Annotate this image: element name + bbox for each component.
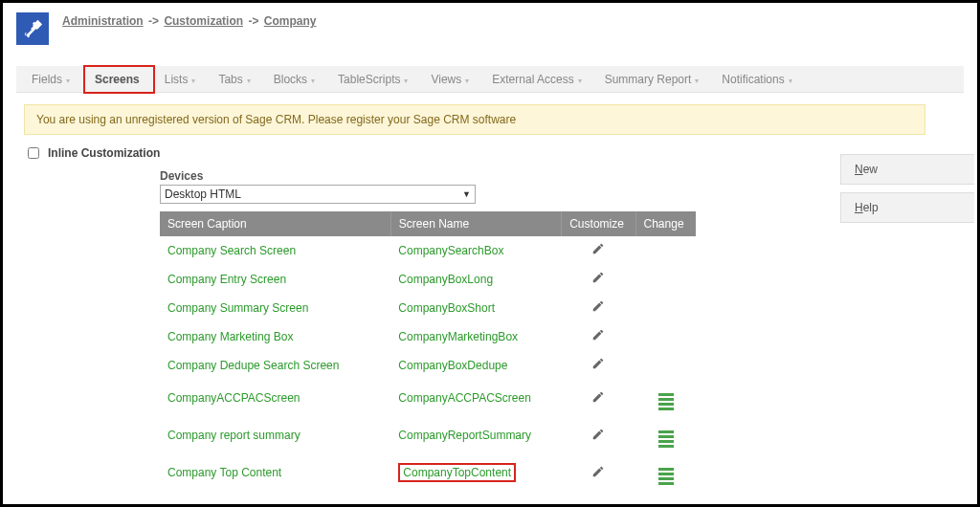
col-header-change[interactable]: Change <box>635 211 696 236</box>
screen-name-link[interactable]: SS_CompanyDetails <box>390 492 561 508</box>
table-row: Company Dedupe Search ScreenCompanyBoxDe… <box>160 351 696 380</box>
table-row: Company Search ScreenCompanySearchBox <box>160 236 696 265</box>
screen-caption-link[interactable]: SS_CompanyDetails <box>160 492 390 508</box>
tools-icon <box>16 12 49 45</box>
customize-cell[interactable] <box>562 417 635 454</box>
customize-cell[interactable] <box>562 265 635 294</box>
tab-fields[interactable]: Fields▾ <box>22 67 83 92</box>
pencil-icon[interactable] <box>591 357 605 370</box>
col-header-name[interactable]: Screen Name <box>390 211 561 236</box>
screen-caption-link[interactable]: Company Marketing Box <box>160 322 390 351</box>
tab-lists[interactable]: Lists▾ <box>155 67 210 92</box>
screen-name-link[interactable]: CompanyACCPACScreen <box>390 380 561 417</box>
tab-blocks[interactable]: Blocks▾ <box>264 67 328 92</box>
inline-customization-label: Inline Customization <box>48 146 160 160</box>
breadcrumb: Administration -> Customization -> Compa… <box>62 12 316 28</box>
pencil-icon[interactable] <box>591 328 605 342</box>
chevron-down-icon: ▼ <box>462 189 471 199</box>
table-row: Company Summary ScreenCompanyBoxShort <box>160 294 696 322</box>
change-cell <box>635 351 696 380</box>
change-cell[interactable] <box>635 417 696 454</box>
tab-views[interactable]: Views▾ <box>421 67 482 92</box>
change-bars-icon[interactable] <box>658 393 674 410</box>
change-cell[interactable] <box>635 492 696 508</box>
screen-name-link[interactable]: CompanyReportSummary <box>390 417 561 454</box>
customize-cell[interactable] <box>562 236 635 265</box>
breadcrumb-company[interactable]: Company <box>264 14 317 28</box>
new-button[interactable]: New <box>840 154 974 185</box>
pencil-icon[interactable] <box>591 299 605 313</box>
screen-caption-link[interactable]: Company Top Content <box>160 454 390 492</box>
tab-tablescripts[interactable]: TableScripts▾ <box>328 67 421 92</box>
customize-cell[interactable] <box>562 380 635 417</box>
pencil-icon[interactable] <box>591 465 605 478</box>
screen-caption-link[interactable]: Company Dedupe Search Screen <box>160 351 390 380</box>
change-cell[interactable] <box>635 454 696 492</box>
table-row: Company report summaryCompanyReportSumma… <box>160 417 696 454</box>
pencil-icon[interactable] <box>591 390 605 404</box>
breadcrumb-admin[interactable]: Administration <box>62 14 144 28</box>
pencil-icon[interactable] <box>591 428 605 441</box>
tab-summary[interactable]: Summary Report▾ <box>595 67 713 92</box>
screen-name-link[interactable]: CompanyBoxLong <box>390 265 561 294</box>
pencil-icon[interactable] <box>591 271 605 284</box>
tab-bar: Fields▾ Screens Lists▾ Tabs▾ Blocks▾ Tab… <box>16 66 964 93</box>
screen-caption-link[interactable]: Company Entry Screen <box>160 265 390 294</box>
pencil-icon[interactable] <box>591 242 605 255</box>
pencil-icon[interactable] <box>591 502 605 508</box>
screen-caption-link[interactable]: CompanyACCPACScreen <box>160 380 390 417</box>
customize-cell[interactable] <box>562 492 635 508</box>
tab-notifications[interactable]: Notifications▾ <box>712 67 805 92</box>
screen-caption-link[interactable]: Company Search Screen <box>160 236 390 265</box>
customize-cell[interactable] <box>562 351 635 380</box>
devices-label: Devices <box>160 169 696 183</box>
col-header-customize[interactable]: Customize <box>562 211 635 236</box>
table-row: CompanyACCPACScreenCompanyACCPACScreen <box>160 380 696 417</box>
table-row: SS_CompanyDetailsSS_CompanyDetails <box>160 492 696 508</box>
change-cell <box>635 322 696 351</box>
breadcrumb-customization[interactable]: Customization <box>164 14 243 28</box>
help-button[interactable]: Help <box>840 192 974 223</box>
tab-screens[interactable]: Screens <box>83 65 155 94</box>
screen-name-link[interactable]: CompanyBoxDedupe <box>390 351 561 380</box>
change-bars-icon[interactable] <box>658 430 674 448</box>
screen-caption-link[interactable]: Company Summary Screen <box>160 294 390 322</box>
change-cell <box>635 265 696 294</box>
table-row: Company Marketing BoxCompanyMarketingBox <box>160 322 696 351</box>
customize-cell[interactable] <box>562 454 635 492</box>
change-cell <box>635 236 696 265</box>
screen-name-link[interactable]: CompanyBoxShort <box>390 294 561 322</box>
register-banner: You are using an unregistered version of… <box>24 104 925 135</box>
screen-caption-link[interactable]: Company report summary <box>160 417 390 454</box>
table-row: Company Top ContentCompanyTopContent <box>160 454 696 492</box>
col-header-caption[interactable]: Screen Caption <box>160 211 390 236</box>
change-bars-icon[interactable] <box>658 468 674 485</box>
screens-table: Screen Caption Screen Name Customize Cha… <box>160 211 696 507</box>
change-cell <box>635 294 696 322</box>
screen-name-link[interactable]: CompanyTopContent <box>390 454 561 492</box>
devices-select[interactable]: Desktop HTML ▼ <box>160 185 476 204</box>
table-row: Company Entry ScreenCompanyBoxLong <box>160 265 696 294</box>
inline-customization-checkbox[interactable] <box>28 147 39 159</box>
tab-tabs[interactable]: Tabs▾ <box>209 67 263 92</box>
tab-external[interactable]: External Access▾ <box>482 67 594 92</box>
screen-name-link[interactable]: CompanySearchBox <box>390 236 561 265</box>
change-cell[interactable] <box>635 380 696 417</box>
customize-cell[interactable] <box>562 322 635 351</box>
screen-name-link[interactable]: CompanyMarketingBox <box>390 322 561 351</box>
customize-cell[interactable] <box>562 294 635 322</box>
